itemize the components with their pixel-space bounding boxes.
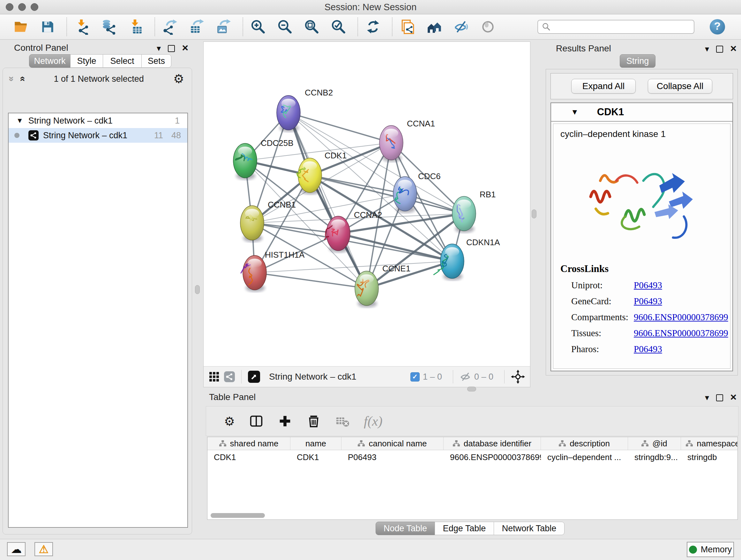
crosslink-tissues-link[interactable]: 9606.ENSP00000378699	[634, 328, 728, 338]
search-input[interactable]	[537, 20, 694, 34]
panel-float-icon[interactable]	[168, 45, 175, 52]
expand-all-button[interactable]: Expand All	[571, 79, 636, 94]
control-panel: Control Panel Network Style Select Sets …	[3, 41, 192, 535]
table-cell[interactable]: P06493	[341, 452, 444, 462]
node-section-title: CDK1	[597, 106, 624, 118]
crosslink-row: Tissues:9606.ENSP00000378699	[553, 328, 730, 338]
column-header-name[interactable]: name	[290, 437, 341, 450]
edge-CCNB2-CCNA1[interactable]	[288, 113, 391, 143]
table-options-gear-icon[interactable]	[224, 414, 235, 428]
hidden-elements-icon[interactable]	[460, 371, 471, 382]
panel-close-icon[interactable]	[730, 394, 737, 402]
panel-float-icon[interactable]	[716, 394, 723, 401]
expand-all-networks-icon[interactable]: »	[6, 76, 17, 82]
tab-network[interactable]: Network	[29, 54, 71, 68]
memory-button[interactable]: Memory	[687, 542, 734, 557]
tab-sets[interactable]: Sets	[141, 54, 172, 68]
collapse-all-networks-icon[interactable]: »	[16, 76, 27, 82]
warning-icon	[39, 543, 49, 556]
grid-view-icon[interactable]	[209, 372, 219, 381]
column-header-namespace[interactable]: namespace	[681, 437, 738, 450]
table-cell[interactable]: cyclin–dependent ...	[541, 452, 628, 462]
delete-column-icon[interactable]	[307, 414, 321, 428]
import-table-button[interactable]	[128, 19, 144, 35]
panel-menu-icon[interactable]	[157, 44, 161, 53]
column-header-description[interactable]: description	[541, 437, 628, 450]
crosslink-pharos-link[interactable]: P06493	[634, 344, 662, 354]
network-options-gear-icon[interactable]	[173, 72, 184, 86]
table-cell[interactable]: stringdb:9...	[628, 452, 681, 462]
table-row[interactable]: CDK1CDK1P064939606.ENSP00000378699cyclin…	[207, 450, 738, 464]
section-disclosure-icon[interactable]: ▼	[571, 108, 579, 117]
add-column-icon[interactable]	[278, 414, 292, 428]
zoom-selected-button[interactable]	[331, 19, 347, 35]
hide-graphics-details-button[interactable]	[453, 19, 469, 35]
network-view-share-icon[interactable]	[224, 371, 235, 382]
tab-style[interactable]: Style	[70, 54, 103, 68]
save-session-button[interactable]	[40, 19, 56, 35]
control-panel-title: Control Panel	[14, 43, 68, 53]
toolbar-separator	[392, 17, 393, 36]
panel-close-icon[interactable]	[182, 44, 188, 53]
edge-HIST1H1A-CCNE1[interactable]	[255, 273, 367, 288]
collapse-all-button[interactable]: Collapse All	[648, 79, 712, 94]
export-table-button[interactable]	[189, 19, 205, 35]
collection-disclosure-icon[interactable]: ▼	[16, 117, 23, 125]
column-header-database-identifier[interactable]: database identifier	[444, 437, 541, 450]
tab-string[interactable]: String	[620, 54, 656, 68]
cloud-status-button[interactable]	[7, 542, 25, 556]
table-cell[interactable]: 9606.ENSP00000378699	[444, 452, 541, 462]
tab-node-table[interactable]: Node Table	[376, 522, 435, 535]
table-tabs: Node Table Edge Table Network Table	[376, 522, 564, 535]
column-header-shared-name[interactable]: shared name	[207, 437, 290, 450]
column-header-canonical-name[interactable]: canonical name	[341, 437, 444, 450]
show-column-selector-icon[interactable]	[249, 414, 264, 428]
selected-nodes-checkbox[interactable]	[410, 372, 420, 381]
pan-navigate-icon[interactable]	[511, 370, 525, 384]
crosslink-uniprot-link[interactable]: P06493	[634, 280, 662, 291]
table-cell[interactable]: CDK1	[207, 452, 290, 462]
edge-CCNB2-CCNE1[interactable]	[288, 113, 367, 288]
crosslink-genecard-link[interactable]: P06493	[634, 296, 662, 307]
zoom-fit-button[interactable]	[304, 19, 320, 35]
clone-network-button[interactable]	[400, 19, 415, 35]
node-section-header[interactable]: ▼ CDK1	[551, 103, 732, 122]
table-header: shared namenamecanonical namedatabase id…	[207, 437, 738, 450]
node-label-RB1: RB1	[480, 190, 496, 199]
panel-menu-icon[interactable]	[705, 393, 709, 402]
node-label-CCNE1: CCNE1	[382, 264, 410, 273]
node-label-CCNA2: CCNA2	[354, 210, 382, 220]
table-cell[interactable]: stringdb	[681, 452, 738, 462]
open-session-button[interactable]	[13, 19, 29, 35]
left-splitter-grip[interactable]	[195, 285, 200, 294]
network-row-selected[interactable]: String Network – cdk1 11 48	[9, 128, 187, 143]
import-network-file-button[interactable]	[74, 19, 90, 35]
export-network-button[interactable]	[162, 19, 178, 35]
zoom-out-button[interactable]	[277, 19, 293, 35]
refresh-button[interactable]	[365, 19, 381, 35]
help-button[interactable]	[710, 19, 725, 35]
import-network-database-button[interactable]	[101, 19, 117, 35]
panel-close-icon[interactable]	[730, 45, 737, 53]
zoom-in-button[interactable]	[250, 19, 266, 35]
panel-float-icon[interactable]	[716, 46, 723, 53]
network-canvas[interactable]: CCNB2CCNA1CDC25BCDK1CDC6RB1CCNB1CCNA2CDK…	[204, 42, 530, 367]
birds-eye-view-icon[interactable]	[248, 371, 260, 383]
horizontal-scrollbar-thumb[interactable]	[211, 513, 265, 518]
table-cell[interactable]: CDK1	[290, 452, 341, 462]
collection-label: String Network – cdk1	[28, 116, 113, 126]
tab-select[interactable]: Select	[103, 54, 142, 68]
column-header-@id[interactable]: @id	[628, 437, 681, 450]
tab-network-table[interactable]: Network Table	[494, 522, 564, 535]
network-collection-row[interactable]: ▼ String Network – cdk1 1	[9, 113, 187, 128]
export-image-button[interactable]	[216, 19, 232, 35]
home-button[interactable]	[426, 19, 442, 35]
tab-edge-table[interactable]: Edge Table	[434, 522, 494, 535]
warnings-button[interactable]	[35, 542, 53, 556]
crosslink-compartments-link[interactable]: 9606.ENSP00000378699	[634, 312, 728, 322]
node-label-CCNB1: CCNB1	[268, 200, 296, 210]
right-splitter-grip[interactable]	[532, 209, 536, 219]
bottom-splitter-grip[interactable]	[467, 387, 476, 391]
level-of-detail-button[interactable]	[480, 19, 496, 35]
panel-menu-icon[interactable]	[705, 44, 709, 54]
